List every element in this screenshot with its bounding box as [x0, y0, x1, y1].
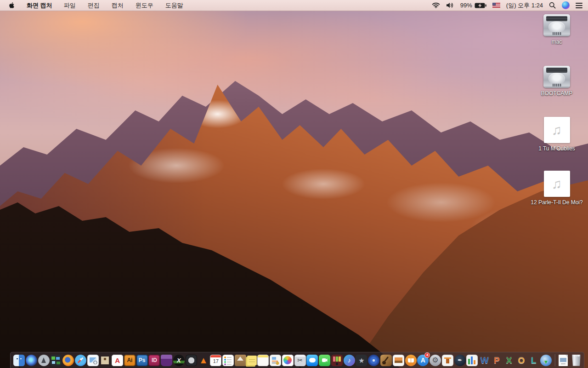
dock-ibooks[interactable] [405, 352, 417, 368]
dock-launchpad[interactable] [38, 352, 50, 368]
menu-item-3[interactable]: 캡처 [106, 0, 130, 11]
menu-bar: 화면 캡처 파일편집캡처윈도우도움말 99% [0, 0, 588, 11]
wifi-icon[interactable] [432, 2, 440, 8]
ibooks-icon [405, 355, 417, 366]
menu-item-4[interactable]: 윈도우 [130, 0, 159, 11]
dock-lync[interactable]: L [528, 352, 539, 368]
dock-stickies[interactable] [247, 352, 257, 368]
dock-files [559, 352, 581, 368]
dock-preview[interactable] [87, 352, 99, 368]
dock-download-manager[interactable]: ▼ [540, 352, 552, 368]
battery-charging-icon [475, 3, 486, 8]
dock-reminders[interactable] [222, 352, 234, 368]
dock-photoshop[interactable]: Ps [136, 352, 148, 368]
menu-item-1[interactable]: 파일 [58, 0, 82, 11]
dock-mission-control[interactable] [50, 352, 62, 368]
siri-menu-icon[interactable] [562, 1, 570, 9]
spotlight-search-icon[interactable] [549, 2, 556, 9]
grab-running-indicator [300, 367, 301, 368]
lync-glyph: L [531, 356, 537, 365]
dock-finder[interactable] [13, 352, 25, 368]
battery-percent: 99% [460, 2, 472, 9]
battery-status[interactable]: 99% [460, 2, 486, 9]
stickies-icon [247, 356, 257, 365]
volume-icon[interactable] [446, 2, 454, 8]
dock-photos[interactable] [282, 352, 294, 368]
image-file-icon [559, 355, 568, 366]
pages-glyph: ✒ [458, 357, 462, 363]
firefox-icon [62, 355, 74, 366]
dock-illustrator[interactable]: Ai [124, 352, 136, 368]
outlook-glyph: O [518, 356, 525, 365]
desktop-icon-mac[interactable]: mac [528, 14, 585, 45]
system-preferences-icon: ⚙ [430, 355, 441, 366]
word-icon: W [479, 355, 490, 366]
xld-icon: X [173, 355, 185, 366]
menu-bar-clock[interactable]: (일) 오후 1:24 [506, 1, 543, 10]
desktop-icon-12-parle-t-il-de-moi[interactable]: ♫12 Parle-T-Il De Moi? [528, 171, 585, 206]
dock-pages[interactable]: ✒ [454, 352, 466, 368]
dock-calendar[interactable]: 17 [210, 352, 221, 368]
acrobat-reader-glyph: A [115, 357, 120, 364]
powerpoint-glyph: P [494, 356, 500, 365]
dock-iphoto[interactable] [393, 352, 404, 368]
dock-image-file[interactable] [559, 352, 568, 368]
dock-idvd[interactable] [368, 352, 379, 368]
dock-xld[interactable]: X [173, 352, 185, 368]
dock-trash[interactable] [571, 352, 581, 368]
dock-apps: AAiPsIDX▲17✂♪★A4⚙✒WPXOL▼ [13, 352, 552, 368]
calendar-glyph: 17 [213, 359, 219, 364]
dock-aperture[interactable] [186, 352, 197, 368]
imovie-icon: ★ [356, 355, 367, 366]
dock-garageband[interactable] [380, 352, 392, 368]
dock-app-store[interactable]: A4 [417, 352, 429, 368]
menu-item-5[interactable]: 도움말 [159, 0, 189, 11]
dock-system-preferences[interactable]: ⚙ [430, 352, 441, 368]
dock-word[interactable]: W [479, 352, 490, 368]
app-store-glyph: A [421, 357, 425, 363]
dock-powerpoint[interactable]: P [491, 352, 503, 368]
dock: AAiPsIDX▲17✂♪★A4⚙✒WPXOL▼ [10, 352, 584, 368]
dock-toast[interactable] [161, 352, 172, 368]
photos-icon [282, 355, 294, 366]
desktop-icon-1-tu-m-oublies[interactable]: ♫1 Tu M'Oublies [528, 117, 585, 152]
dock-safari[interactable] [75, 352, 86, 368]
hard-drive-icon [543, 66, 570, 88]
dock-outlook[interactable]: O [515, 352, 527, 368]
dock-stuffit-expander[interactable] [235, 352, 246, 368]
dock-imovie[interactable]: ★ [356, 352, 367, 368]
notes-icon [257, 355, 269, 366]
menu-items: 파일편집캡처윈도우도움말 [58, 0, 189, 11]
apple-menu[interactable] [0, 0, 21, 11]
desktop-icon-bootcamp[interactable]: BOOTCAMP [528, 66, 585, 97]
dock-numbers[interactable] [466, 352, 478, 368]
dock-contacts[interactable] [99, 352, 111, 368]
dock-itunes[interactable]: ♪ [344, 352, 355, 368]
menu-bar-status: 99% (일) 오후 1:24 [432, 0, 588, 11]
itunes-glyph: ♪ [348, 357, 351, 363]
dock-keynote[interactable] [442, 352, 453, 368]
dock-messages[interactable] [306, 352, 318, 368]
input-source-flag-icon[interactable] [492, 3, 500, 8]
dock-grab[interactable]: ✂ [294, 352, 306, 368]
dock-photo-booth[interactable] [331, 352, 343, 368]
dock-firefox[interactable] [62, 352, 74, 368]
desktop-icon-label: mac [528, 39, 585, 45]
siri-icon [26, 355, 37, 366]
dock-indesign[interactable]: ID [148, 352, 160, 368]
powerpoint-icon: P [491, 355, 503, 366]
trash-icon [571, 355, 581, 366]
music-note-glyph: ♫ [552, 177, 562, 191]
dock-acrobat-reader[interactable]: A [112, 352, 123, 368]
dock-facetime[interactable] [319, 352, 330, 368]
desktop-icon-label: BOOTCAMP [528, 90, 585, 97]
notification-center-icon[interactable] [576, 3, 582, 8]
dock-excel[interactable]: X [503, 352, 515, 368]
dock-vlc[interactable]: ▲ [198, 352, 209, 368]
menu-item-2[interactable]: 편집 [82, 0, 106, 11]
active-app-menu[interactable]: 화면 캡처 [21, 0, 58, 11]
dock-installer[interactable] [270, 352, 281, 368]
dock-siri[interactable] [26, 352, 37, 368]
photo-booth-icon [331, 355, 343, 366]
dock-notes[interactable] [257, 352, 269, 368]
